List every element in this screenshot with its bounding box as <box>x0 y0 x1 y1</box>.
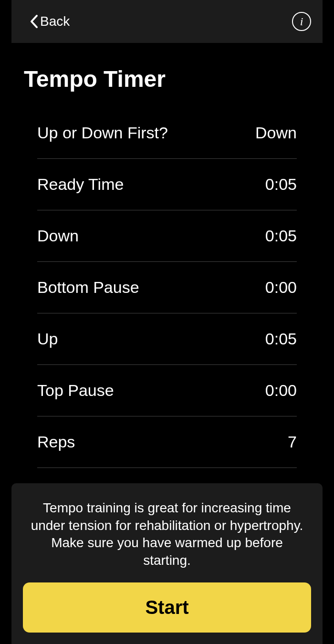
setting-down[interactable]: Down 0:05 <box>37 210 297 262</box>
start-button[interactable]: Start <box>23 582 311 633</box>
setting-label: Reps <box>37 433 75 451</box>
setting-reps[interactable]: Reps 7 <box>37 416 297 468</box>
setting-direction[interactable]: Up or Down First? Down <box>37 107 297 159</box>
setting-label: Up <box>37 330 58 348</box>
setting-top-pause[interactable]: Top Pause 0:00 <box>37 365 297 416</box>
setting-label: Top Pause <box>37 381 114 400</box>
setting-ready-time[interactable]: Ready Time 0:05 <box>37 159 297 210</box>
setting-value: 0:00 <box>265 381 297 400</box>
setting-value: 0:05 <box>265 330 297 348</box>
info-icon: i <box>300 16 303 27</box>
bottom-panel: Tempo training is great for increasing t… <box>11 483 323 644</box>
setting-label: Up or Down First? <box>37 124 168 142</box>
header: Back i <box>11 0 323 43</box>
chevron-left-icon <box>29 14 39 29</box>
settings-list: Up or Down First? Down Ready Time 0:05 D… <box>24 107 310 468</box>
back-label: Back <box>40 14 70 29</box>
back-button[interactable]: Back <box>29 14 70 29</box>
info-button[interactable]: i <box>292 12 311 31</box>
setting-label: Down <box>37 227 79 245</box>
setting-value: 0:05 <box>265 175 297 194</box>
setting-up[interactable]: Up 0:05 <box>37 313 297 365</box>
page-title: Tempo Timer <box>24 66 310 92</box>
setting-bottom-pause[interactable]: Bottom Pause 0:00 <box>37 262 297 313</box>
setting-value: 7 <box>288 433 297 451</box>
setting-label: Bottom Pause <box>37 278 139 297</box>
setting-value: 0:00 <box>265 278 297 297</box>
info-text: Tempo training is great for increasing t… <box>23 499 311 569</box>
content: Tempo Timer Up or Down First? Down Ready… <box>0 43 334 468</box>
setting-label: Ready Time <box>37 175 124 194</box>
setting-value: 0:05 <box>265 227 297 245</box>
setting-value: Down <box>255 124 297 142</box>
